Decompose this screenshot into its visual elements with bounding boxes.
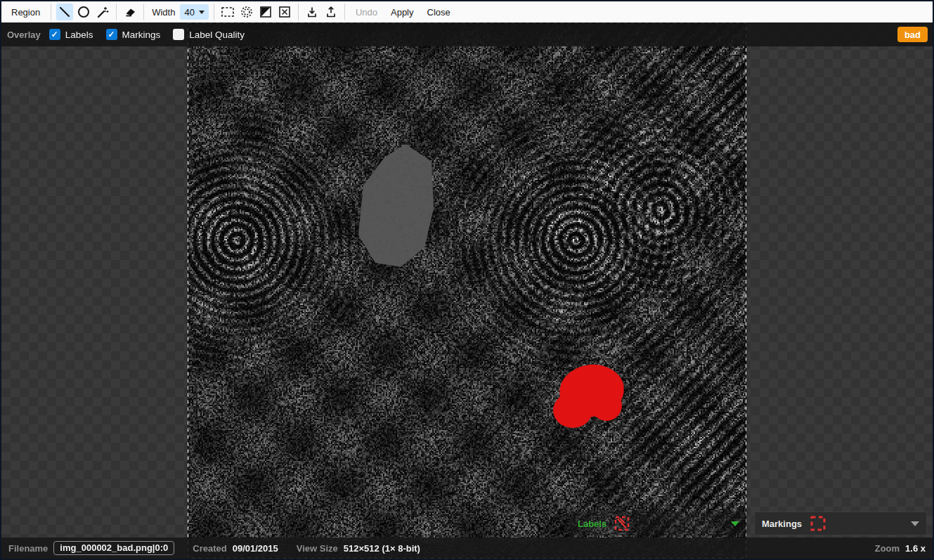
status-badge: bad [897, 27, 928, 42]
import-button[interactable] [304, 4, 320, 20]
overlay-bar: Overlay Labels Markings Label Quality [1, 22, 933, 46]
toolbar: Region Wid [1, 1, 933, 22]
ellipse-tool-button[interactable] [75, 4, 92, 20]
view-size-value: 512×512 (1× 8-bit) [344, 543, 420, 554]
labels-checkbox-label: Labels [65, 30, 93, 40]
annotation-window: Region Wid [0, 0, 934, 560]
download-icon [305, 5, 319, 19]
ellipse-icon [77, 5, 91, 19]
line-icon [58, 5, 72, 19]
width-combobox[interactable]: 40 [180, 4, 208, 20]
upload-icon [324, 5, 338, 19]
markings-dropdown-label: Markings [762, 519, 802, 529]
toolbar-separator [298, 4, 299, 20]
magic-wand-icon [96, 5, 110, 19]
chevron-down-icon [199, 11, 205, 14]
toolbar-separator [143, 4, 144, 20]
export-button[interactable] [323, 4, 339, 20]
marquee-select-icon [220, 5, 235, 19]
label-quality-checkbox-group[interactable]: Label Quality [173, 29, 245, 40]
toolbar-separator [214, 4, 214, 20]
dashed-circle-icon [240, 5, 254, 19]
magic-wand-tool-button[interactable] [94, 4, 111, 20]
label-quality-checkbox[interactable] [173, 29, 184, 40]
overlay-label: Overlay [7, 30, 41, 40]
view-size-label: View Size [297, 543, 338, 554]
chevron-down-icon [911, 521, 919, 526]
image-canvas[interactable] [188, 22, 746, 559]
width-label: Width [149, 7, 178, 18]
region-button[interactable]: Region [6, 4, 46, 20]
markings-dropdown[interactable]: Markings [754, 512, 927, 535]
chevron-down-icon [731, 521, 739, 526]
created-label: Created [193, 543, 226, 554]
close-button[interactable]: Close [422, 4, 456, 20]
toolbar-separator [51, 4, 51, 20]
invert-mask-button[interactable] [257, 4, 274, 20]
toolbar-separator [344, 4, 345, 20]
clear-selection-icon [278, 5, 292, 19]
eraser-tool-button[interactable] [122, 4, 138, 20]
markings-checkbox-label: Markings [122, 30, 161, 40]
apply-button[interactable]: Apply [385, 4, 420, 20]
labels-checkbox[interactable] [49, 29, 60, 40]
filename-label: Filename [8, 543, 48, 554]
label-quality-checkbox-label: Label Quality [189, 30, 245, 40]
viewer-area: Overlay Labels Markings Label Quality ba… [1, 22, 933, 559]
invert-mask-icon [259, 5, 273, 19]
markings-checkbox-group[interactable]: Markings [106, 29, 161, 40]
created-value: 09/01/2015 [233, 543, 278, 554]
line-tool-button[interactable] [56, 4, 73, 20]
labels-dropdown[interactable]: Labels [571, 512, 746, 535]
empty-marking-dashed-icon [809, 514, 827, 533]
labels-dropdown-label: Labels [578, 519, 607, 529]
width-value: 40 [184, 7, 194, 18]
no-label-dashed-icon [614, 515, 630, 532]
labels-checkbox-group[interactable]: Labels [49, 29, 93, 40]
undo-button[interactable]: Undo [350, 4, 383, 20]
clear-selection-button[interactable] [276, 4, 293, 20]
filename-field[interactable]: img_000002_bad.png|0:0 [53, 541, 174, 555]
markings-checkbox[interactable] [106, 29, 117, 40]
toolbar-separator [116, 4, 117, 20]
zoom-value: 1.6 x [905, 543, 926, 554]
status-bar: Filename img_000002_bad.png|0:0 Created … [1, 538, 933, 559]
marquee-select-button[interactable] [219, 4, 236, 20]
eraser-icon [123, 5, 137, 19]
zoom-label: Zoom [875, 543, 900, 554]
dashed-circle-button[interactable] [238, 4, 255, 20]
